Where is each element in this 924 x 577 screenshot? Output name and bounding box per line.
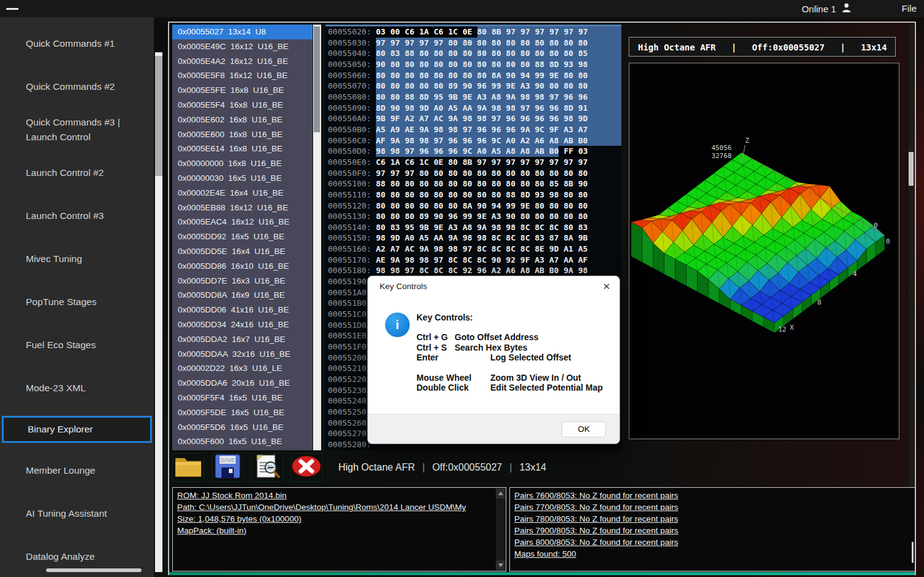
scroll-up-arrow[interactable] [496,488,505,498]
key-controls-rows: Ctrl + GGoto Offset AddressCtrl + SSearc… [416,332,603,393]
map-list-item[interactable]: 0x0005EAC4 16x12 U16_BE [172,215,313,229]
hex-row[interactable]: 00055080:80 80 88 8D 95 9B 9E A3 A8 9A 9… [325,92,621,103]
hex-row[interactable]: 00055060:80 80 80 80 80 80 80 80 8A 90 9… [325,70,621,81]
close-map-button[interactable] [290,453,322,482]
hex-row[interactable]: 00055170:AE 9A 98 98 97 8C 8C 8C 90 92 9… [325,255,621,266]
sidebar-vertical-scrollbar[interactable] [155,52,162,572]
hex-row[interactable]: 000550A0:9B 9F A2 A7 AC 9A 98 98 97 96 9… [325,113,621,124]
map-list-item[interactable]: 0x0005DD86 16x10 U16_BE [172,259,313,274]
hex-address: 00055060: [325,70,376,81]
sidebar-item-mivec-tuning[interactable]: Mivec Tuning [0,237,154,281]
sidebar-scrollbar-thumb[interactable] [155,56,162,176]
sidebar-item-binary-explorer[interactable]: Binary Explorer [2,416,152,443]
sidebar-item-launch-control-3[interactable]: Launch Control #3 [0,194,154,237]
map-list-item[interactable]: 0x0005E5F4 16x8 U16_BE [172,98,313,113]
hex-bytes: 98 98 97 8C 8C 8C 92 96 A2 A6 A8 AB B0 9… [376,265,587,276]
hex-row[interactable]: 00055040:80 83 88 80 80 80 80 80 80 80 8… [325,48,621,59]
sidebar-item-fuel-eco-stages[interactable]: Fuel Eco Stages [0,324,154,367]
map-list-item[interactable]: 0x0005E600 16x8 U16_BE [172,127,313,142]
hex-bytes: 80 80 80 80 80 80 80 80 80 88 8D 93 98 8… [376,189,587,201]
map-list-item[interactable]: 0x0005DD7E 16x3 U16_BE [172,274,313,288]
hex-address: 00055120: [325,201,376,212]
map-list-item[interactable]: 0x0005E49C 16x12 U16_BE [172,39,313,54]
hex-row[interactable]: 00055050:90 80 80 80 80 80 80 80 80 80 8… [325,59,621,70]
sidebar-item-launch-control-2[interactable]: Launch Control #2 [0,151,154,194]
minimize-icon[interactable] [6,8,18,10]
sidebar-item-ai-tuning-assistant[interactable]: AI Tuning Assistant [0,492,154,535]
sidebar-horizontal-scrollbar[interactable] [46,568,141,572]
hex-row[interactable]: 00055100:88 80 80 80 80 80 80 80 80 80 8… [325,178,621,189]
map-list-item[interactable]: 0x00000000 16x8 U16_BE [172,156,313,171]
main-scrollbar-thumb[interactable] [909,152,914,186]
rom-info-panel: ROM: JJ Stock Rom 2014.binPath: C:\Users… [172,487,506,571]
map-list-scrollbar[interactable] [313,25,321,450]
rom-panel-scrollbar[interactable] [496,488,505,570]
key-control-row: Ctrl + GGoto Offset Address [416,332,603,343]
hex-row[interactable]: 000550F0:97 97 97 80 80 80 80 80 80 80 8… [325,168,621,179]
map-list-item[interactable]: 0x00002D22 16x3 U16_LE [172,361,313,376]
map-list-item[interactable]: 0x00055027 13x14 U8 [172,25,313,39]
hex-row[interactable]: 00055090:8D 90 98 9D A0 A5 AA 9A 98 98 9… [325,103,621,114]
sidebar-item-poptune-stages[interactable]: PopTune Stages [0,281,154,324]
hex-row[interactable]: 00055110:80 80 80 80 80 80 80 80 80 88 8… [325,189,621,201]
map-list-item[interactable]: 0x0005DD8A 16x9 U16_BE [172,288,313,303]
hex-row[interactable]: 00055020:03 00 C6 1A C6 1C 0E80 8B 97 97… [325,26,621,38]
sidebar-item-mode-23-xml[interactable]: Mode-23 XML [0,367,154,410]
hex-row[interactable]: 00055130:80 80 80 89 90 96 99 9E A3 90 8… [325,211,621,222]
log-panel-scrollbar-thumb[interactable] [912,542,914,563]
hex-row[interactable]: 00055140:80 83 95 9B 9E A3 A8 9A 98 98 8… [325,222,621,233]
ok-button[interactable]: OK [562,421,606,437]
map-list-item[interactable]: 0x0005DD5E 16x4 U16_BE [172,244,313,259]
map-list-item[interactable]: 0x0005DDA2 16x7 U16_BE [172,332,313,347]
map-list-item[interactable]: 0x0005E614 16x8 U16_BE [172,141,313,156]
map-list-item[interactable]: 0x0005E602 16x8 U16_BE [172,113,313,127]
print-preview-button[interactable] [251,453,283,482]
hex-row[interactable]: 000550E0:C6 1A C6 1C 0E 80 8B 97 97 97 9… [325,157,621,168]
map-list-item[interactable]: 0x0005F5D6 16x5 U16_BE [172,420,313,435]
hex-row[interactable]: 00055030:97 97 97 97 97 80 80 80 80 80 8… [325,38,621,49]
dialog-titlebar: Key Controls ✕ [368,276,619,296]
key-action: Goto Offset Address [455,332,538,343]
hex-row[interactable]: 00055180:98 98 97 8C 8C 8C 92 96 A2 A6 A… [325,265,621,276]
sidebar-item-quick-commands-2[interactable]: Quick Commands #2 [0,65,154,108]
sidebar-item-quick-commands-1[interactable]: Quick Commands #1 [0,22,154,65]
hex-row[interactable]: 00055120:80 80 80 80 80 80 8A 90 94 99 9… [325,201,621,212]
map-list-item[interactable]: 0x00000030 16x5 U16_BE [172,171,313,186]
hex-row[interactable]: 00055070:80 80 80 80 80 89 90 96 99 9E A… [325,81,621,92]
map-list-item[interactable]: 0x0005E4A2 16x12 U16_BE [172,54,313,69]
map-list-item[interactable]: 0x0005EB88 16x12 U16_BE [172,201,313,215]
map-list-item[interactable]: 0x0005DD06 41x16 U16_BE [172,303,313,317]
key-control-row: Double ClickEdit Selected Potential Map [416,383,603,393]
hex-row[interactable]: 000550C0:AF 9A 98 98 97 96 96 96 9C A0 A… [325,135,621,146]
map-list-item[interactable]: 0x0005F5F4 16x5 U16_BE [172,391,313,405]
map-list-item[interactable]: 0x0005DD34 24x16 U16_BE [172,317,313,332]
map-list-item[interactable]: 0x0005DDAA 32x16 U16_BE [172,347,313,362]
save-button[interactable]: SAVE [212,453,244,482]
rom-info-line: Path: C:\Users\JJTun\OneDrive\Desktop\Tu… [177,501,501,513]
hex-row[interactable]: 000550D0:98 98 97 96 96 96 9C A0 A5 A8 A… [325,146,621,157]
open-file-button[interactable] [172,453,204,482]
map-list-item[interactable]: 0x0005F600 16x5 U16_BE [172,434,313,449]
map-list-item[interactable]: 0x00002E4E 16x4 U16_BE [172,186,313,201]
map-list-item[interactable]: 0x0005E5FE 16x8 U16_BE [172,83,313,98]
scan-log-line: Pairs 8000/8053: No Z found for recent p… [514,536,910,548]
map-list-item[interactable]: 0x0005E5F8 16x12 U16_BE [172,68,313,83]
online-status[interactable]: Online 1 [802,2,851,15]
sidebar-item-member-lounge[interactable]: Member Lounge [0,449,154,492]
scroll-down-arrow[interactable] [496,560,505,570]
sidebar-item-quick-commands-3-launch-control[interactable]: Quick Commands #3 | Launch Control [0,108,154,151]
svg-text:Z: Z [745,137,749,145]
hex-address: 000550D0: [325,146,376,157]
file-menu[interactable]: File [902,2,917,15]
surface-3d-view[interactable]: Z4505632768004812X [629,63,899,439]
map-list-item[interactable]: 0x0005DD92 16x5 U16_BE [172,229,313,244]
hex-row[interactable]: 00055160:A2 A7 AC 9A 98 98 97 8C 8C 8C 8… [325,244,621,255]
dialog-close-icon[interactable]: ✕ [594,276,619,296]
hex-bytes-highlight: 03 00 C6 1A C6 1C 0E [376,26,472,38]
hex-bytes-selected: 98 98 97 96 96 96 9C A0 A5 A8 A8 AB B0 [376,146,559,157]
hex-row[interactable]: 00055150:98 9D A0 A5 AA 9A 98 98 8C 8C 8… [325,233,621,244]
map-list-item[interactable]: 0x0005DDA6 20x16 U16_BE [172,376,313,391]
hex-row[interactable]: 000550B0:A5 A9 AE 9A 98 98 97 96 96 96 9… [325,124,621,135]
map-list-scrollbar-thumb[interactable] [314,26,320,132]
map-list-item[interactable]: 0x0005F5DE 16x5 U16_BE [172,405,313,420]
